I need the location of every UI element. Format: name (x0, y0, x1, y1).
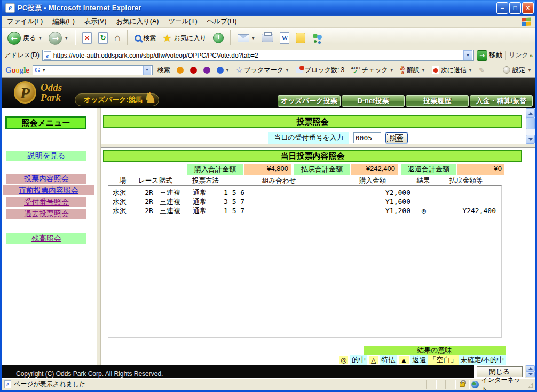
stop-button[interactable]: × (80, 31, 94, 45)
receipt-number-input[interactable] (353, 132, 381, 143)
purchase-total-label: 購入合計金額 (187, 164, 243, 175)
menu-help[interactable]: ヘルプ(H) (202, 15, 242, 28)
google-logo: Google (5, 66, 29, 75)
windows-logo-icon (517, 16, 535, 27)
status-message: ページが表示されました (14, 380, 85, 389)
nav-vote-history-button[interactable]: 投票履歴 (406, 95, 469, 107)
address-url: https://vote-auth.oddspark.com/sbp/dfw/v… (53, 52, 258, 59)
messenger-button[interactable] (310, 32, 326, 44)
history-button[interactable] (211, 32, 226, 44)
address-bar: アドレス(D) e https://vote-auth.oddspark.com… (2, 49, 535, 62)
oddspark-logo[interactable]: P OddsPark (14, 81, 62, 104)
google-settings-button[interactable]: 設定 ▼ (503, 66, 532, 75)
scroll-down-icon[interactable] (526, 371, 535, 377)
frame-divider-vertical[interactable] (96, 108, 101, 365)
translate-icon: あa (400, 66, 405, 74)
rakuten-icon[interactable] (188, 66, 199, 74)
menu-view[interactable]: 表示(V) (80, 15, 112, 28)
totals-summary: 購入合計金額 ¥4,800 払戻合計金額 ¥242,400 返還合計金額 ¥0 (184, 164, 504, 175)
internet-globe-icon (471, 381, 479, 388)
print-icon (262, 34, 273, 42)
nav-dnet-vote-button[interactable]: D-net投票 (342, 95, 405, 107)
go-button[interactable]: → 移動 (477, 50, 502, 61)
frame-divider-horizontal[interactable] (101, 144, 535, 148)
inquiry-submit-button[interactable]: 照会 (385, 132, 408, 143)
scroll-thumb[interactable] (526, 117, 535, 129)
mail-button[interactable]: ▼ (235, 33, 258, 43)
close-button[interactable]: × (522, 2, 534, 14)
page-icon: e (44, 51, 51, 60)
bottom-frame-scrollbar[interactable] (526, 365, 535, 378)
resize-grip[interactable] (528, 380, 535, 389)
legend-row: ◎ 的中 △ 特払 ▲ 返還「空白」未確定/不的中 (339, 355, 506, 365)
copyright-text: Copyright (C) Odds Park Corp. All Rights… (16, 370, 163, 378)
keiba-badge: オッズパーク:競馬 ♞ (75, 93, 159, 106)
status-panel (446, 380, 455, 389)
window-title: PC投票 - Microsoft Internet Explorer (18, 3, 141, 13)
spellcheck-icon: ABC✓ (351, 66, 360, 74)
sidebar-link-last-vote-inquiry[interactable]: 直前投票内容照会 (3, 185, 94, 195)
nav-deposit-button[interactable]: 入金・精算/振替 (470, 95, 533, 107)
site-info-icon[interactable] (175, 66, 185, 74)
menu-edit[interactable]: 編集(E) (48, 15, 80, 28)
home-button[interactable]: ⌂ (112, 31, 122, 45)
search-button[interactable]: 検索 (132, 33, 159, 44)
vote-contents-frame: 当日投票内容照会 購入合計金額 ¥4,800 払戻合計金額 ¥242,400 返… (101, 148, 535, 365)
scroll-up-icon[interactable] (526, 108, 535, 117)
refund-total-label: 返還合計金額 (401, 164, 456, 175)
yahoo-icon[interactable] (202, 66, 212, 74)
vote-inquiry-frame: 投票照会 当日の受付番号を入力 照会 (101, 108, 535, 144)
menu-tools[interactable]: ツール(T) (164, 15, 202, 28)
table-row: 水沢 2R 三連複 通常 3-5-7 ¥1,600 (108, 197, 501, 206)
vote-table: 水沢 2R 三連複 通常 1-5-6 ¥2,000 水沢 2R 三連複 通常 (108, 185, 502, 338)
refresh-icon: ↻ (98, 32, 108, 44)
nav-oddspark-vote-button[interactable]: オッズパーク投票 (278, 95, 341, 107)
back-button[interactable]: ← 戻る ▼ (5, 30, 44, 46)
favorites-button[interactable]: ★ お気に入り (161, 31, 209, 45)
sidebar-title: 照会メニュー (5, 116, 86, 129)
google-search-button[interactable]: 検索 (156, 65, 172, 75)
highlighter-icon: ✎ (479, 66, 485, 74)
page-footer: Copyright (C) Odds Park Corp. All Rights… (2, 365, 525, 378)
back-dropdown-icon[interactable]: ▼ (38, 36, 42, 41)
page-frames: 照会メニュー 説明を見る 投票内容照会 直前投票内容照会 受付番号照会 過去投票… (2, 108, 535, 365)
highlighter-button[interactable]: ✎ (477, 66, 486, 75)
google-search-history-icon[interactable]: ▼ (143, 66, 151, 75)
stop-icon: × (82, 32, 92, 44)
payout-total-label: 払戻合計金額 (294, 164, 350, 175)
sidebar-link-help[interactable]: 説明を見る (6, 151, 86, 161)
maximize-button[interactable]: □ (509, 2, 521, 14)
address-dropdown-icon[interactable]: ▼ (463, 50, 472, 60)
spellcheck-button[interactable]: ABC✓ チェック ▼ (349, 65, 395, 75)
hit-mark: ◎ (410, 206, 437, 215)
google-search-dropdown-icon[interactable]: ▼ (42, 68, 46, 73)
sidebar-link-receipt-number[interactable]: 受付番号照会 (6, 197, 86, 207)
menu-favorites[interactable]: お気に入り(A) (111, 15, 163, 28)
links-menu[interactable]: リンク » (505, 51, 533, 60)
minimize-button[interactable]: – (496, 2, 508, 14)
forward-dropdown-icon[interactable]: ▼ (64, 36, 68, 41)
menu-file[interactable]: ファイル(F) (2, 15, 48, 28)
sidebar-link-balance[interactable]: 残高照会 (6, 233, 86, 244)
oddspark-logo-icon: P (14, 81, 36, 104)
google-search-input[interactable]: G ▼ ▼ (33, 65, 153, 75)
forward-button[interactable]: → ▼ (46, 30, 70, 46)
sidebar-link-past-votes[interactable]: 過去投票照会 (6, 209, 86, 219)
extra-tool-icon[interactable]: ▼ (215, 66, 231, 74)
top-frame-scrollbar[interactable] (526, 108, 535, 144)
refresh-button[interactable]: ↻ (96, 31, 110, 45)
send-to-button[interactable]: 次に送信 ▼ (430, 65, 474, 75)
translate-button[interactable]: あa 翻訳 ▼ (399, 65, 427, 75)
toolbar-separator (75, 30, 76, 45)
scroll-down-icon[interactable] (526, 135, 535, 144)
popup-blocker-button[interactable]: ブロック数: 3 (294, 65, 346, 75)
edit-word-button[interactable]: W (278, 31, 291, 45)
address-input[interactable]: e https://vote-auth.oddspark.com/sbp/dfw… (42, 50, 474, 61)
print-button[interactable] (259, 33, 275, 43)
mail-dropdown-icon[interactable]: ▼ (251, 36, 256, 41)
discuss-button[interactable] (294, 32, 307, 44)
sidebar-link-vote-inquiry[interactable]: 投票内容照会 (6, 174, 86, 184)
scroll-up-icon[interactable] (526, 365, 535, 371)
payout-total-value: ¥242,400 (351, 164, 398, 175)
google-bookmarks-button[interactable]: ☆ ブックマーク ▼ (234, 65, 291, 75)
